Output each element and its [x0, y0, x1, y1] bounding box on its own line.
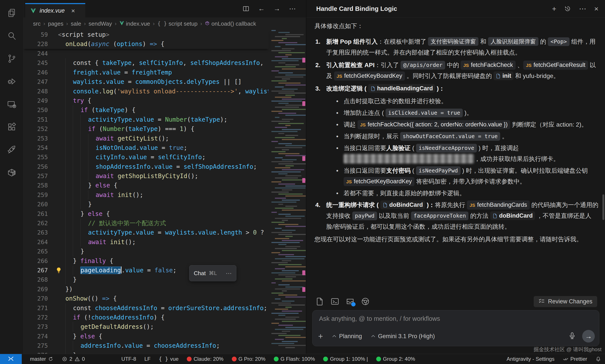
- code-line-273: 273getDefaultAddress();: [24, 322, 269, 331]
- breadcrumb-item-script-setup[interactable]: { }script setup: [157, 20, 197, 27]
- search-icon[interactable]: [7, 31, 16, 41]
- message-bullet: 调起 JSfetchFackCheck({ action: 2, orderNo…: [306, 119, 598, 130]
- language-label: vue: [170, 356, 179, 362]
- quota-g-flash[interactable]: G Flash: 100%: [274, 356, 315, 362]
- run-debug-icon[interactable]: [7, 77, 16, 86]
- inline-code-chip: faceApproveToken: [411, 211, 469, 220]
- code-editor[interactable]: 244245const { takeType, selfCityInfo, se…: [24, 30, 306, 354]
- rocket-icon[interactable]: [7, 145, 16, 155]
- terminal-artifact-icon[interactable]: [330, 297, 339, 306]
- line-number: 270: [24, 294, 48, 303]
- settings-indicator[interactable]: Antigravity - Settings: [507, 356, 555, 362]
- lightbulb-icon[interactable]: [55, 267, 62, 274]
- line-number: 272: [24, 313, 48, 322]
- file-symbol-chip[interactable]: doBindCard: [380, 200, 425, 209]
- assistant-panel-header: Handle Card Binding Logic + ⋯ ×: [306, 0, 605, 18]
- code-line-261: 261} else {: [24, 209, 269, 219]
- chat-hint-more-icon[interactable]: ⋯: [226, 270, 232, 277]
- breadcrumb-separator: ›: [66, 21, 68, 27]
- problems-indicator[interactable]: 2 0: [62, 356, 85, 362]
- chat-input-box[interactable]: Ask anything, @ to mention, / for workfl…: [312, 310, 599, 346]
- minimap[interactable]: [270, 30, 306, 354]
- quota-g-pro[interactable]: G Pro: 20%: [232, 356, 265, 362]
- language-indicator[interactable]: { } vue: [159, 356, 179, 362]
- inbox-artifact-icon[interactable]: [346, 297, 355, 306]
- model-selector[interactable]: Gemini 3.1 Pro (High): [371, 333, 435, 340]
- message-bullet: 若都不需要，则直接走原始的静默绑卡逻辑。: [306, 188, 598, 199]
- chat-hint-widget[interactable]: Chat ⌘L ⋯: [189, 265, 236, 281]
- js-symbol-chip[interactable]: JSfetchBandingCards: [467, 200, 530, 209]
- model-label: Gemini 3.1 Pro (High): [378, 333, 435, 340]
- braces-icon: { }: [157, 21, 167, 27]
- chat-hint-shortcut: ⌘L: [209, 270, 217, 276]
- line-number: 271: [24, 303, 48, 313]
- remote-indicator[interactable]: [0, 354, 22, 364]
- encoding-indicator[interactable]: UTF-8: [121, 356, 136, 362]
- artifact-icons-row: Review Changes: [306, 295, 605, 308]
- remote-explorer-icon[interactable]: [7, 100, 16, 109]
- message-bullet: 点击时提取已选卡的数组并进行校验。: [306, 96, 598, 107]
- notification-dot: [351, 302, 356, 306]
- eol-indicator[interactable]: LF: [144, 356, 151, 362]
- breadcrumb-separator: ›: [84, 21, 86, 27]
- source-control-icon[interactable]: [7, 54, 16, 64]
- error-count: 2: [69, 356, 72, 362]
- breadcrumb-item-sale[interactable]: sale: [71, 20, 81, 27]
- send-button[interactable]: →: [582, 330, 595, 342]
- line-number: 265: [24, 247, 48, 256]
- forward-icon[interactable]: →: [274, 5, 280, 13]
- review-changes-button[interactable]: Review Changes: [534, 296, 597, 307]
- container-icon[interactable]: [7, 168, 16, 177]
- branch-indicator[interactable]: master: [30, 356, 54, 362]
- mode-selector[interactable]: Planning: [332, 333, 362, 340]
- ide-window: index.vue × ← → ⋯ src›pages›sale›sendWay…: [0, 0, 605, 364]
- mic-icon[interactable]: [568, 332, 576, 340]
- file-artifact-icon[interactable]: [315, 297, 324, 306]
- extensions-icon[interactable]: [7, 122, 16, 132]
- panel-scrollbar[interactable]: [602, 194, 604, 220]
- js-symbol-chip[interactable]: JSfetchGetKeyBoardKey: [344, 177, 414, 186]
- file-symbol-chip[interactable]: init: [494, 71, 513, 80]
- status-dot: [232, 357, 237, 361]
- tab-index-vue[interactable]: index.vue ×: [25, 3, 85, 17]
- line-number: 253: [24, 134, 48, 143]
- breadcrumb-item-pages[interactable]: pages: [48, 20, 64, 27]
- js-symbol-chip[interactable]: JSfetchFackCheck({ action: 2, orderNo: o…: [358, 120, 510, 129]
- explorer-icon[interactable]: [7, 8, 16, 18]
- split-editor-icon[interactable]: [243, 5, 249, 12]
- symbol-method-icon: [205, 20, 210, 27]
- browser-artifact-icon[interactable]: [361, 297, 370, 306]
- breadcrumb-item-index-vue[interactable]: index.vue: [119, 20, 150, 27]
- new-chat-icon[interactable]: +: [552, 5, 556, 13]
- formatter-indicator[interactable]: Prettier: [563, 356, 587, 362]
- line-number: 273: [24, 322, 48, 331]
- breadcrumb-item-sendway[interactable]: sendWay: [88, 20, 112, 27]
- code-line-271: 271const chooseAddressInfo = orderSureSt…: [24, 303, 269, 313]
- js-symbol-chip[interactable]: JSfetchFackCheck: [461, 61, 515, 70]
- quota-group-1[interactable]: Group 1: 100% |: [323, 356, 368, 362]
- message-paragraph: 具体修改点如下：: [306, 21, 598, 31]
- more-actions-icon[interactable]: ⋯: [289, 5, 296, 13]
- formatter-label: Prettier: [570, 356, 587, 362]
- message-paragraph: 3.改造绑定逻辑 ( handleBandingCard )：: [306, 83, 598, 94]
- js-symbol-chip[interactable]: JSfetchGetFaceResult: [523, 61, 588, 70]
- attach-icon[interactable]: +: [318, 333, 323, 339]
- code-line-266: 266} finally {: [24, 256, 269, 266]
- quota-claude[interactable]: Claude: 20%: [187, 356, 223, 362]
- code-line-275: 275addressInfo.value = chooseAddressInfo…: [24, 341, 269, 350]
- quota-group-2[interactable]: Group 2: 40%: [376, 356, 415, 362]
- breadcrumb-item-onload-callback[interactable]: onLoad() callback: [205, 20, 256, 27]
- activity-bar: [0, 0, 24, 354]
- panel-close-icon[interactable]: ×: [594, 5, 598, 13]
- back-icon[interactable]: ←: [258, 5, 265, 13]
- code-line-269: 269}): [24, 285, 269, 294]
- tab-close-icon[interactable]: ×: [71, 7, 75, 14]
- file-symbol-chip[interactable]: handleBandingCard: [368, 84, 435, 93]
- history-icon[interactable]: [564, 5, 571, 12]
- notifications-bell-icon[interactable]: [595, 356, 601, 362]
- panel-more-icon[interactable]: ⋯: [579, 4, 586, 13]
- line-number: 268: [24, 275, 48, 284]
- js-symbol-chip[interactable]: JSfetchGetKeyBoardKey: [334, 71, 405, 80]
- breadcrumb-item-src[interactable]: src: [33, 20, 41, 27]
- file-symbol-chip[interactable]: doBindCard: [490, 211, 535, 220]
